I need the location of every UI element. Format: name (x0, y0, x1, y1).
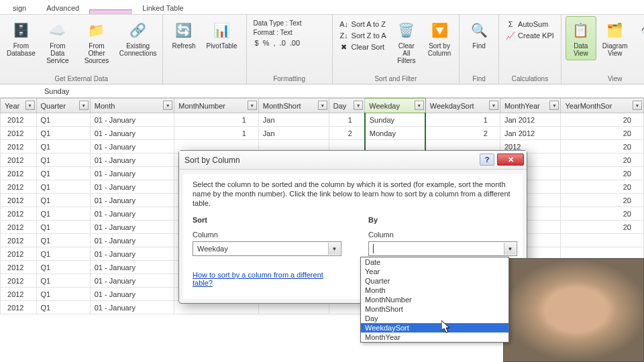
cell[interactable]: 2012 (1, 154, 37, 167)
cell[interactable]: 01 - January (90, 154, 174, 167)
data-type-label[interactable]: Data Type : Text (251, 19, 305, 27)
help-button[interactable]: ? (480, 154, 494, 166)
diagram-view-button[interactable]: 🗂️Diagram View (598, 16, 633, 60)
dropdown-option[interactable]: Date (361, 257, 508, 267)
formula-bar[interactable]: Sunday (0, 84, 644, 98)
dropdown-option[interactable]: Day (361, 314, 508, 323)
cell[interactable]: 2012 (1, 261, 37, 274)
increase-decimal-icon[interactable]: .0 (280, 39, 286, 47)
sort-az-button[interactable]: A↓Sort A to Z (337, 19, 389, 29)
cell[interactable]: Q1 (36, 113, 90, 127)
table-row[interactable]: 2012Q101 - January1Jan1Sunday1Jan 201220 (1, 113, 644, 127)
cell[interactable]: Jan 2012 (500, 127, 561, 140)
cell[interactable]: 01 - January (90, 140, 174, 154)
cell[interactable]: 1 (174, 113, 259, 127)
filter-dropdown-icon[interactable]: ▼ (163, 101, 172, 110)
currency-icon[interactable]: $ (255, 39, 259, 47)
filter-dropdown-icon[interactable]: ▼ (633, 101, 642, 110)
cell[interactable]: Q1 (36, 207, 90, 221)
cell[interactable]: Q1 (36, 261, 90, 274)
cell[interactable]: 01 - January (90, 261, 174, 274)
filter-dropdown-icon[interactable]: ▼ (79, 101, 89, 110)
cell[interactable]: 01 - January (90, 194, 174, 207)
decrease-decimal-icon[interactable]: .00 (290, 39, 300, 47)
table-row[interactable]: 2012Q101 - January1Jan2Monday2Jan 201220 (1, 127, 644, 140)
cell[interactable]: 2 (425, 127, 500, 140)
cell[interactable]: 2012 (1, 140, 37, 154)
cell[interactable]: 2012 (1, 207, 37, 221)
close-button[interactable]: ✕ (497, 154, 524, 166)
cell[interactable]: 20 (561, 113, 644, 127)
dropdown-option[interactable]: Month (361, 286, 508, 295)
cell[interactable]: Q1 (36, 234, 90, 247)
cell[interactable]: 20 (561, 154, 644, 167)
clear-sort-button[interactable]: ✖Clear Sort (337, 42, 389, 52)
existing-connections-button[interactable]: 🔗Existing Connections (117, 16, 159, 68)
column-header[interactable]: YearMonthSor▼ (561, 99, 644, 113)
clear-all-filters-button[interactable]: 🗑️Clear All Filters (390, 16, 423, 68)
cell[interactable]: 20 (561, 140, 644, 154)
cell[interactable]: 2012 (1, 180, 37, 194)
cell[interactable]: Monday (365, 127, 426, 140)
dropdown-option[interactable]: Year (361, 267, 508, 276)
cell[interactable]: Q1 (36, 301, 90, 314)
cell[interactable]: 2012 (1, 247, 37, 261)
cell[interactable]: 01 - January (90, 113, 174, 127)
find-button[interactable]: 🔍Find (464, 16, 494, 53)
help-link[interactable]: How to sort by a column from a different… (193, 271, 341, 287)
column-header[interactable]: Quarter▼ (36, 99, 90, 113)
tab-linked-table[interactable]: Linked Table (132, 1, 194, 14)
column-header[interactable]: Day▼ (329, 99, 365, 113)
from-database-button[interactable]: 🗄️From Database (4, 16, 38, 68)
sort-za-button[interactable]: Z↓Sort Z to A (337, 30, 389, 41)
cell[interactable]: Q1 (36, 127, 90, 140)
cell[interactable]: 20 (561, 167, 644, 180)
comma-icon[interactable]: , (274, 39, 276, 47)
dropdown-option[interactable]: MonthNumber (361, 295, 508, 304)
cell[interactable]: Jan (258, 127, 329, 140)
cell[interactable]: 01 - January (90, 207, 174, 221)
cell[interactable]: Q1 (36, 194, 90, 207)
cell[interactable]: 01 - January (90, 247, 174, 261)
cell[interactable]: 2012 (1, 221, 37, 234)
filter-dropdown-icon[interactable]: ▼ (489, 101, 498, 110)
autosum-button[interactable]: ΣAutoSum (503, 19, 557, 29)
cell[interactable]: Sunday (365, 113, 426, 127)
refresh-button[interactable]: 🔄Refresh (167, 16, 200, 53)
cell[interactable]: 2012 (1, 288, 37, 301)
column-header[interactable]: Month▼ (90, 99, 174, 113)
create-kpi-button[interactable]: 📈Create KPI (503, 30, 557, 41)
cell[interactable]: 2 (329, 127, 365, 140)
column-header[interactable]: Weekday▼ (365, 99, 426, 113)
column-header[interactable]: MonthShort▼ (258, 99, 329, 113)
pivottable-button[interactable]: 📊PivotTable (201, 16, 241, 53)
cell[interactable]: 2012 (1, 113, 37, 127)
cell[interactable]: 20 (561, 180, 644, 194)
cell[interactable]: 2012 (1, 167, 37, 180)
cell[interactable]: 01 - January (90, 288, 174, 301)
dropdown-option[interactable]: Quarter (361, 276, 508, 286)
cell[interactable]: 01 - January (90, 274, 174, 288)
filter-dropdown-icon[interactable]: ▼ (354, 101, 363, 110)
cell[interactable]: Q1 (36, 247, 90, 261)
filter-dropdown-icon[interactable]: ▼ (415, 101, 424, 110)
format-label[interactable]: Format : Text (251, 28, 295, 37)
sort-by-column-button[interactable]: 🔽Sort by Column (424, 16, 455, 68)
from-other-sources-button[interactable]: 📁From Other Sources (77, 16, 116, 68)
dropdown-option[interactable]: WeekdaySort (361, 323, 508, 333)
cell[interactable]: 01 - January (90, 234, 174, 247)
column-header[interactable]: Year▼ (1, 99, 37, 113)
cell[interactable]: Q1 (36, 167, 90, 180)
cell[interactable]: Q1 (36, 288, 90, 301)
filter-dropdown-icon[interactable]: ▼ (549, 101, 559, 110)
filter-dropdown-icon[interactable]: ▼ (318, 101, 327, 110)
cell[interactable]: 01 - January (90, 167, 174, 180)
cell[interactable] (561, 234, 644, 247)
cell[interactable]: 20 (561, 127, 644, 140)
column-header[interactable]: MonthNumber▼ (174, 99, 259, 113)
sort-column-combo[interactable]: Weekday ▼ (193, 241, 341, 256)
tab-advanced[interactable]: Advanced (36, 1, 89, 14)
show-hidden-button[interactable]: 👁️Sh Hid (634, 16, 644, 60)
cell[interactable]: 20 (561, 221, 644, 234)
cell[interactable]: 2012 (1, 234, 37, 247)
